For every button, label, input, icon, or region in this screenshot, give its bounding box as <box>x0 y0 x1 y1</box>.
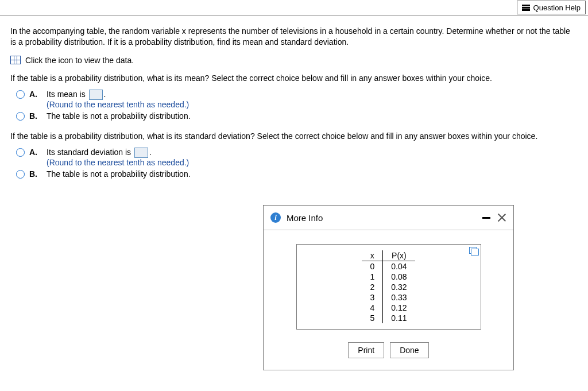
question-help-button[interactable]: Question Help <box>517 1 586 14</box>
mean-prompt: If the table is a probability distributi… <box>10 73 578 84</box>
top-bar: Question Help <box>0 0 588 16</box>
question-help-label: Question Help <box>533 3 581 12</box>
mean-a-prefix: Its mean is <box>47 90 88 99</box>
question-intro: In the accompanying table, the random va… <box>10 26 578 48</box>
sd-input[interactable] <box>134 148 148 158</box>
radio-icon[interactable] <box>16 170 25 179</box>
mean-a-hint: (Round to the nearest tenth as needed.) <box>47 100 578 109</box>
mean-choice-a[interactable]: A. Its mean is . (Round to the nearest t… <box>16 90 578 109</box>
sd-prompt: If the table is a probability distributi… <box>10 131 578 142</box>
sd-b-text: The table is not a probability distribut… <box>47 169 578 179</box>
view-data-link[interactable]: Click the icon to view the data. <box>25 56 134 65</box>
mean-choice-b[interactable]: B. The table is not a probability distri… <box>16 111 578 121</box>
sd-a-hint: (Round to the nearest tenth as needed.) <box>47 158 578 167</box>
sd-choice-a-body: Its standard deviation is . (Round to th… <box>47 148 578 167</box>
radio-icon[interactable] <box>16 148 25 157</box>
table-icon[interactable] <box>10 56 21 64</box>
choice-label-b: B. <box>29 169 40 179</box>
sd-choice-a[interactable]: A. Its standard deviation is . (Round to… <box>16 148 578 167</box>
radio-icon[interactable] <box>16 90 25 99</box>
choice-label-a: A. <box>29 90 40 99</box>
choice-label-b: B. <box>29 111 40 121</box>
question-content: In the accompanying table, the random va… <box>0 16 588 196</box>
mean-choice-a-body: Its mean is . (Round to the nearest tent… <box>47 90 578 109</box>
radio-icon[interactable] <box>16 112 25 121</box>
mean-b-text: The table is not a probability distribut… <box>47 111 578 121</box>
sd-choices: A. Its standard deviation is . (Round to… <box>16 148 578 179</box>
sd-a-suffix: . <box>149 148 152 157</box>
sd-choice-b[interactable]: B. The table is not a probability distri… <box>16 169 578 179</box>
list-icon <box>522 5 530 11</box>
sd-a-prefix: Its standard deviation is <box>47 148 133 157</box>
mean-a-suffix: . <box>104 90 106 99</box>
mean-choices: A. Its mean is . (Round to the nearest t… <box>16 90 578 121</box>
choice-label-a: A. <box>29 148 40 157</box>
mean-input[interactable] <box>89 90 103 100</box>
